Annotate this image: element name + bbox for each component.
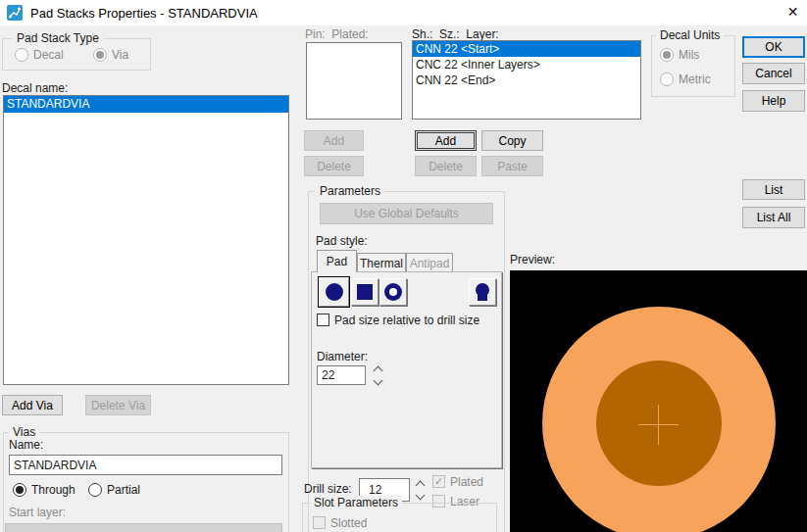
start-layer-label: Start layer: [9,506,66,519]
delete-via-button[interactable]: Delete Via [85,395,151,415]
radio-metric[interactable]: Metric [660,73,711,86]
layer-copy-button[interactable]: Copy [481,130,543,151]
radio-via[interactable]: Via [93,48,128,62]
radio-mils-label: Mils [679,48,699,62]
pad-size-relative-box [317,314,329,326]
radio-via-label: Via [112,48,128,62]
decal-units-label: Decal Units [656,28,724,42]
spinner-up-icon[interactable] [373,365,382,375]
radio-through-label: Through [31,483,76,497]
tab-pad[interactable]: Pad [317,250,357,272]
decal-name-label: Decal name: [2,81,68,95]
help-button[interactable]: Help [742,90,805,112]
circle-pad-button[interactable] [319,277,349,307]
diameter-input[interactable]: 22 [317,365,366,385]
radio-mils[interactable]: Mils [660,48,699,62]
cancel-button[interactable]: Cancel [742,63,805,84]
slotted-checkbox[interactable]: Slotted [313,516,367,530]
tab-antipad[interactable]: Antipad [406,253,453,272]
odd-pad-button[interactable] [469,278,496,306]
crosshair-vertical [658,405,659,445]
pad-style-label: Pad style: [316,234,368,248]
radio-partial[interactable]: Partial [88,483,140,497]
radio-partial-label: Partial [107,483,140,497]
decal-units-group: Decal Units Mils Metric [651,35,735,97]
plated-checkbox[interactable]: ✓ Plated [432,475,483,489]
layer-list-item[interactable]: CNC 22 <Inner Layers> [413,57,640,73]
preview-drill-inner [596,361,722,486]
layer-delete-button[interactable]: Delete [415,156,477,176]
pad-size-relative-checkbox[interactable]: Pad size relative to drill size [317,314,479,327]
slot-parameters-group: Slot Parameters Slotted [302,503,497,532]
layer-list-item[interactable]: CNN 22 <End> [413,73,640,88]
add-via-button[interactable]: Add Via [2,395,63,415]
vias-group-label: Vias [9,425,39,439]
drill-size-label: Drill size: [304,482,352,496]
radio-via-circle [93,48,107,62]
pad-stack-type-group: Pad Stack Type Decal Via [2,38,151,71]
close-icon[interactable]: ✕ [779,0,807,24]
pin-delete-button[interactable]: Delete [304,156,364,176]
spinner-down-icon[interactable] [373,375,382,385]
slotted-checkbox-label: Slotted [330,516,367,530]
radio-through-circle [13,483,26,497]
ok-button[interactable]: OK [742,36,805,58]
diameter-label: Diameter: [317,350,368,363]
diameter-spinner[interactable] [371,365,384,385]
circle-pad-icon [324,281,345,303]
square-pad-icon [355,282,375,302]
list-all-button[interactable]: List All [742,207,805,228]
spinner-down-icon[interactable] [415,490,425,500]
pin-plated-list[interactable] [306,42,402,120]
slotted-checkbox-box [313,516,326,529]
radio-decal-label: Decal [33,48,64,62]
pad-tab-panel: Pad size relative to drill size Diameter… [311,271,502,468]
decal-name-list[interactable]: STANDARDVIA [3,95,289,385]
pad-stacks-properties-dialog: Pad Stacks Properties - STANDARDVIA ✕ Pa… [0,0,807,532]
radio-through[interactable]: Through [13,483,76,497]
title-bar: Pad Stacks Properties - STANDARDVIA ✕ [0,0,807,25]
parameters-group-label: Parameters [316,184,384,198]
preview-label: Preview: [510,253,555,266]
plated-checkbox-label: Plated [450,475,483,489]
drill-size-spinner[interactable] [413,480,427,500]
tab-thermal[interactable]: Thermal [357,253,406,272]
via-name-input[interactable]: STANDARDVIA [9,455,282,475]
decal-list-item[interactable]: STANDARDVIA [4,96,288,113]
layer-list-item[interactable]: CNN 22 <Start> [413,41,640,57]
sh-sz-layer-label: Sh.: Sz.: Layer: [412,27,499,41]
layer-list[interactable]: CNN 22 <Start> CNC 22 <Inner Layers> CNN… [412,40,641,120]
square-pad-button[interactable] [351,278,378,306]
radio-metric-label: Metric [679,73,711,86]
annular-pad-icon [382,281,404,303]
radio-mils-circle [660,48,674,62]
start-layer-select [5,523,282,532]
layer-paste-button[interactable]: Paste [481,156,543,176]
pin-add-button[interactable]: Add [304,130,364,151]
plated-checkbox-box: ✓ [432,475,445,488]
vias-group: Vias Name: STANDARDVIA Through Partial S… [3,432,289,532]
radio-partial-circle [88,483,102,497]
annular-pad-button[interactable] [379,278,407,306]
radio-metric-circle [660,73,674,86]
app-icon [7,5,23,21]
via-name-label: Name: [9,438,43,452]
pad-stack-type-label: Pad Stack Type [13,31,103,45]
use-global-defaults-button[interactable]: Use Global Defaults [320,203,493,224]
list-button[interactable]: List [742,179,805,200]
radio-decal-circle [15,48,28,62]
preview-canvas [510,270,807,532]
spinner-up-icon[interactable] [415,480,425,490]
pad-size-relative-label: Pad size relative to drill size [334,314,479,327]
window-title: Pad Stacks Properties - STANDARDVIA [30,6,258,21]
layer-add-button[interactable]: Add [415,130,477,151]
slot-parameters-label: Slot Parameters [310,496,402,509]
pin-plated-label: Pin: Plated: [305,27,369,41]
odd-pad-icon [472,281,493,303]
radio-decal[interactable]: Decal [15,48,64,62]
